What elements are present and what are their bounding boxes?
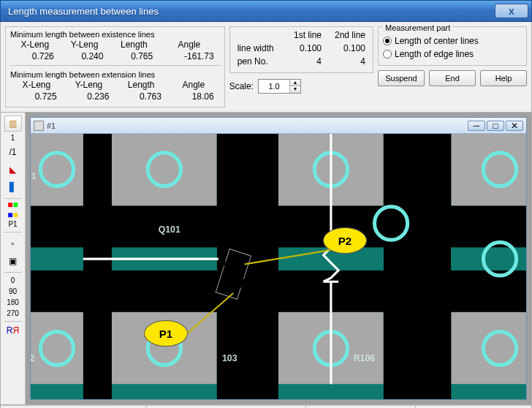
angle-0[interactable]: 0	[2, 276, 23, 285]
row-penno-v1: 4	[281, 55, 324, 68]
left-toolbar: ▥ 1 /1 ◣ ▋ ■■■■ P1 ▫ ▣ 0 90 180 270 RЯ	[1, 113, 26, 404]
right-panel: Measurement part Length of center lines …	[378, 26, 527, 107]
svg-rect-12	[31, 206, 526, 248]
row-penno-v2: 4	[324, 55, 368, 68]
silk-02: 02	[31, 353, 35, 363]
radio-edge-label: Length of edge lines	[395, 49, 474, 59]
help-button[interactable]: Help	[480, 70, 527, 86]
document-window: #1 ─ □ ✕	[30, 117, 527, 400]
measurement-part-header: Measurement part	[383, 23, 452, 32]
document-titlebar[interactable]: #1 ─ □ ✕	[31, 118, 526, 134]
close-icon: ✕	[511, 121, 518, 131]
callout-p1: P1	[144, 320, 188, 347]
silk-q101: Q101	[159, 224, 180, 235]
ex-angle: -161.73	[159, 50, 219, 62]
angle-270[interactable]: 270	[2, 309, 23, 318]
pcb-canvas[interactable]: 01 Q101 02 103 R106	[31, 134, 526, 399]
ext-yleng: 0.236	[63, 91, 115, 102]
ex-xleng: 0.726	[10, 50, 60, 62]
dialog-title: Length measurement between lines	[4, 6, 495, 17]
suspend-button[interactable]: Suspend	[378, 70, 425, 86]
scale-input[interactable]	[259, 82, 289, 91]
open-folder-button[interactable]: ▥	[4, 116, 22, 132]
palette-button[interactable]: ■■■■	[4, 202, 22, 218]
row-linewidth-v2: 0.100	[324, 42, 368, 55]
angle-90[interactable]: 90	[2, 287, 23, 296]
end-button[interactable]: End	[429, 70, 476, 86]
scale-label: Scale:	[229, 81, 254, 91]
callout-p1-bubble: P1	[144, 320, 188, 347]
ext-xleng: 0.725	[10, 91, 63, 102]
window-minimize-button[interactable]: ─	[468, 121, 485, 131]
separator	[4, 272, 22, 273]
slash-icon: /1	[9, 147, 16, 157]
pcb-svg: 01 Q101 02 103 R106	[31, 134, 526, 399]
doc-tool-1[interactable]: ▫	[4, 235, 22, 252]
svg-rect-5	[31, 312, 83, 385]
doc-tool-2[interactable]: ▣	[4, 253, 22, 269]
separator	[4, 232, 22, 233]
extension-table: X-Leng Y-Leng Length Angle 0.725 0.236 0…	[10, 79, 220, 102]
separator	[4, 198, 22, 199]
ext-length: 0.763	[115, 91, 167, 102]
main-area: ▥ 1 /1 ◣ ▋ ■■■■ P1 ▫ ▣ 0 90 180 270 RЯ #…	[0, 113, 532, 405]
dialog-body: Minimum length between existence lines X…	[0, 22, 532, 113]
row-penno-label: pen No.	[235, 55, 281, 68]
col-yleng: Y-Leng	[60, 39, 110, 50]
maximize-icon: □	[493, 121, 498, 131]
hdr-1st: 1st line	[281, 29, 324, 42]
palette-icon: ■■■■	[7, 200, 18, 220]
scale-up-icon[interactable]: ▲	[290, 80, 300, 86]
angle-180[interactable]: 180	[2, 298, 23, 307]
p1-label[interactable]: P1	[2, 219, 23, 229]
svg-rect-9	[83, 134, 112, 399]
window-close-button[interactable]: ✕	[506, 121, 523, 131]
callout-p2: P2	[323, 227, 367, 254]
col-yleng2: Y-Leng	[63, 79, 115, 91]
radio-dot-icon	[383, 37, 392, 45]
page-icon: ▫	[11, 238, 14, 249]
minimize-icon: ─	[474, 121, 480, 131]
existence-header: Minimum length between existence lines	[10, 29, 220, 39]
ext-angle: 18.06	[167, 91, 220, 102]
col-length2: Length	[115, 79, 167, 91]
separator	[4, 321, 22, 322]
slash-1-button[interactable]: /1	[4, 144, 22, 160]
svg-rect-17	[31, 248, 83, 271]
line-info-table: 1st line 2nd line line width 0.100 0.100…	[235, 29, 368, 68]
col-xleng: X-Leng	[10, 39, 60, 50]
bar-chart-icon: ▋	[10, 182, 16, 192]
scale-spinner[interactable]: ▲ ▼	[258, 79, 301, 94]
dialog-titlebar: Length measurement between lines x	[0, 0, 532, 22]
scale-down-icon[interactable]: ▼	[290, 86, 300, 93]
radio-center-lines[interactable]: Length of center lines	[383, 34, 522, 48]
extension-header: Minimum length between extension lines	[10, 69, 220, 79]
mirror-button[interactable]: RЯ	[2, 325, 23, 336]
ex-length: 0.765	[109, 50, 159, 62]
hdr-2nd: 2nd line	[324, 29, 368, 42]
col-xleng2: X-Leng	[10, 79, 63, 91]
silk-01: 01	[31, 171, 37, 181]
triangle-icon: ◣	[10, 165, 16, 175]
callout-p2-bubble: P2	[323, 227, 367, 254]
mirror-r-icon: Я	[13, 325, 20, 336]
row-linewidth-label: line width	[235, 42, 281, 55]
window-maximize-button[interactable]: □	[487, 121, 504, 131]
mdi-area: #1 ─ □ ✕	[26, 113, 531, 404]
svg-rect-1	[31, 134, 83, 210]
existence-table: X-Leng Y-Leng Length Angle 0.726 0.240 0…	[10, 39, 220, 62]
triangle-button[interactable]: ◣	[4, 162, 22, 178]
col-length: Length	[109, 39, 159, 50]
svg-rect-13	[31, 271, 526, 312]
layer-1-label[interactable]: 1	[2, 133, 23, 143]
measurement-part-group: Measurement part Length of center lines …	[378, 26, 527, 66]
radio-edge-lines[interactable]: Length of edge lines	[383, 48, 522, 61]
close-button[interactable]: x	[495, 4, 528, 18]
line-info-group: 1st line 2nd line line width 0.100 0.100…	[229, 26, 373, 107]
col-angle2: Angle	[167, 79, 220, 91]
svg-rect-2	[112, 134, 217, 206]
measurements-group: Minimum length between existence lines X…	[5, 26, 225, 107]
document-title: #1	[47, 121, 465, 130]
silk-r106: R106	[354, 353, 376, 363]
chart-button[interactable]: ▋	[4, 179, 22, 195]
